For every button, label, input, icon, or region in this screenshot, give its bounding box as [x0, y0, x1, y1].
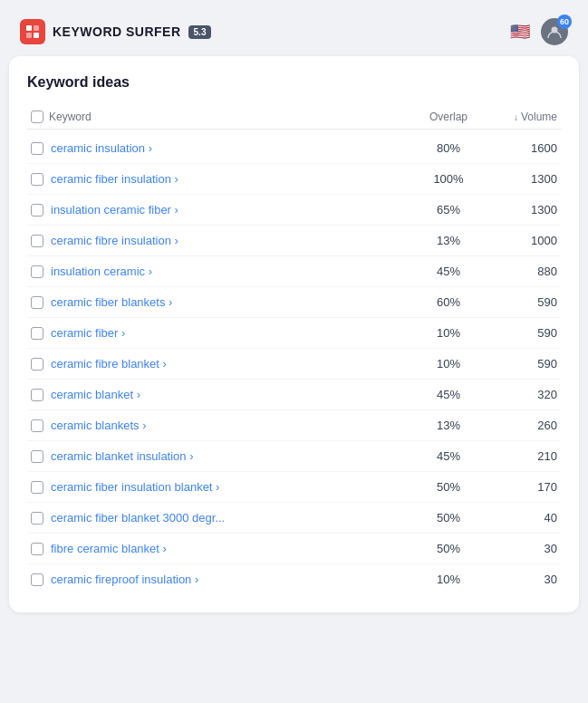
table-header: Keyword Overlap ↓ Volume — [27, 105, 561, 130]
keyword-link-1[interactable]: ceramic fiber insulation › — [51, 172, 178, 186]
keyword-link-8[interactable]: ceramic blanket › — [51, 388, 140, 401]
keyword-link-9[interactable]: ceramic blankets › — [51, 419, 146, 432]
keyword-column-header: Keyword — [31, 111, 412, 123]
header-right: 🇺🇸 60 — [506, 18, 568, 45]
overlap-value-4: 45% — [412, 265, 485, 278]
table-row: ceramic fiber blanket 3000 degr... 50% 4… — [27, 503, 561, 534]
overlap-value-8: 45% — [412, 388, 485, 401]
keyword-cell: ceramic fiber › — [31, 326, 412, 340]
keyword-cell: ceramic fireproof insulation › — [31, 573, 412, 586]
svg-rect-1 — [34, 25, 39, 31]
logo-icon — [20, 19, 45, 44]
row-checkbox-6[interactable] — [31, 327, 43, 340]
volume-value-7: 590 — [485, 357, 557, 371]
keyword-cell: ceramic insulation › — [31, 141, 412, 155]
keyword-cell: ceramic fiber blankets › — [31, 295, 412, 309]
keyword-link-14[interactable]: ceramic fireproof insulation › — [51, 573, 198, 586]
keyword-link-3[interactable]: ceramic fibre insulation › — [51, 234, 178, 247]
volume-value-3: 1000 — [485, 234, 557, 247]
keyword-cell: ceramic fibre blanket › — [31, 357, 412, 371]
keyword-link-7[interactable]: ceramic fibre blanket › — [51, 357, 167, 371]
row-checkbox-13[interactable] — [31, 543, 43, 555]
row-checkbox-0[interactable] — [31, 142, 43, 155]
keyword-link-2[interactable]: insulation ceramic fiber › — [51, 203, 178, 217]
keyword-link-12[interactable]: ceramic fiber blanket 3000 degr... — [51, 511, 225, 525]
volume-value-1: 1300 — [485, 172, 557, 186]
table-row: ceramic fiber insulation › 100% 1300 — [27, 164, 561, 195]
row-checkbox-12[interactable] — [31, 512, 43, 525]
keyword-ideas-card: Keyword ideas Keyword Overlap ↓ Volume c… — [9, 56, 579, 612]
keyword-cell: ceramic fiber insulation blanket › — [31, 480, 412, 494]
keyword-link-0[interactable]: ceramic insulation › — [51, 141, 152, 155]
row-checkbox-11[interactable] — [31, 481, 43, 494]
overlap-value-10: 45% — [412, 449, 485, 463]
row-checkbox-3[interactable] — [31, 235, 43, 247]
table-row: fibre ceramic blanket › 50% 30 — [27, 534, 561, 564]
overlap-value-9: 13% — [412, 419, 485, 432]
table-row: ceramic fiber insulation blanket › 50% 1… — [27, 472, 561, 503]
keyword-cell: insulation ceramic fiber › — [31, 203, 412, 217]
table-row: insulation ceramic › 45% 880 — [27, 256, 561, 287]
keyword-cell: ceramic fiber blanket 3000 degr... — [31, 511, 412, 525]
overlap-column-header: Overlap — [412, 111, 485, 123]
keyword-cell: ceramic blanket › — [31, 388, 412, 401]
row-checkbox-5[interactable] — [31, 296, 43, 309]
profile-avatar[interactable]: 60 — [541, 18, 568, 45]
table-row: ceramic insulation › 80% 1600 — [27, 133, 561, 164]
volume-value-6: 590 — [485, 326, 557, 340]
row-checkbox-4[interactable] — [31, 265, 43, 278]
keyword-cell: ceramic blanket insulation › — [31, 449, 412, 463]
volume-value-12: 40 — [485, 511, 557, 525]
keyword-link-13[interactable]: fibre ceramic blanket › — [51, 542, 167, 555]
svg-rect-0 — [26, 25, 32, 31]
keyword-link-11[interactable]: ceramic fiber insulation blanket › — [51, 480, 219, 494]
keyword-link-4[interactable]: insulation ceramic › — [51, 265, 152, 278]
table-row: ceramic fibre blanket › 10% 590 — [27, 349, 561, 380]
header-left: KEYWORD SURFER 5.3 — [20, 19, 211, 44]
keyword-cell: ceramic blankets › — [31, 419, 412, 432]
volume-value-2: 1300 — [485, 203, 557, 217]
overlap-value-6: 10% — [412, 326, 485, 340]
header: KEYWORD SURFER 5.3 🇺🇸 60 — [9, 9, 579, 56]
volume-value-11: 170 — [485, 480, 557, 494]
overlap-value-2: 65% — [412, 203, 485, 217]
overlap-value-5: 60% — [412, 295, 485, 309]
volume-value-10: 210 — [485, 449, 557, 463]
flag-icon[interactable]: 🇺🇸 — [506, 18, 534, 45]
volume-value-13: 30 — [485, 542, 557, 555]
sort-arrow-icon: ↓ — [514, 112, 518, 122]
volume-value-4: 880 — [485, 265, 557, 278]
keyword-link-10[interactable]: ceramic blanket insulation › — [51, 449, 194, 463]
row-checkbox-14[interactable] — [31, 573, 43, 586]
row-checkbox-10[interactable] — [31, 450, 43, 463]
svg-rect-2 — [26, 33, 32, 38]
keyword-cell: fibre ceramic blanket › — [31, 542, 412, 555]
notification-badge: 60 — [557, 14, 572, 29]
table-row: ceramic fireproof insulation › 10% 30 — [27, 564, 561, 594]
keyword-link-5[interactable]: ceramic fiber blankets › — [51, 295, 172, 309]
keyword-cell: ceramic fiber insulation › — [31, 172, 412, 186]
row-checkbox-1[interactable] — [31, 173, 43, 186]
volume-value-5: 590 — [485, 295, 557, 309]
select-all-checkbox[interactable] — [31, 111, 43, 123]
table-row: insulation ceramic fiber › 65% 1300 — [27, 195, 561, 226]
overlap-value-12: 50% — [412, 511, 485, 525]
app-container: KEYWORD SURFER 5.3 🇺🇸 60 Keyword ideas K… — [0, 0, 588, 703]
row-checkbox-2[interactable] — [31, 204, 43, 217]
volume-column-header[interactable]: ↓ Volume — [485, 111, 557, 123]
row-checkbox-7[interactable] — [31, 358, 43, 371]
volume-value-9: 260 — [485, 419, 557, 432]
table-row: ceramic fibre insulation › 13% 1000 — [27, 226, 561, 256]
overlap-value-1: 100% — [412, 172, 485, 186]
volume-value-0: 1600 — [485, 141, 557, 155]
overlap-value-13: 50% — [412, 542, 485, 555]
overlap-value-0: 80% — [412, 141, 485, 155]
row-checkbox-8[interactable] — [31, 389, 43, 401]
overlap-value-7: 10% — [412, 357, 485, 371]
keyword-cell: ceramic fibre insulation › — [31, 234, 412, 247]
keyword-table-body: ceramic insulation › 80% 1600 ceramic fi… — [27, 133, 561, 594]
table-row: ceramic blanket › 45% 320 — [27, 380, 561, 410]
keyword-link-6[interactable]: ceramic fiber › — [51, 326, 125, 340]
row-checkbox-9[interactable] — [31, 419, 43, 432]
brand-name: KEYWORD SURFER — [53, 24, 181, 39]
